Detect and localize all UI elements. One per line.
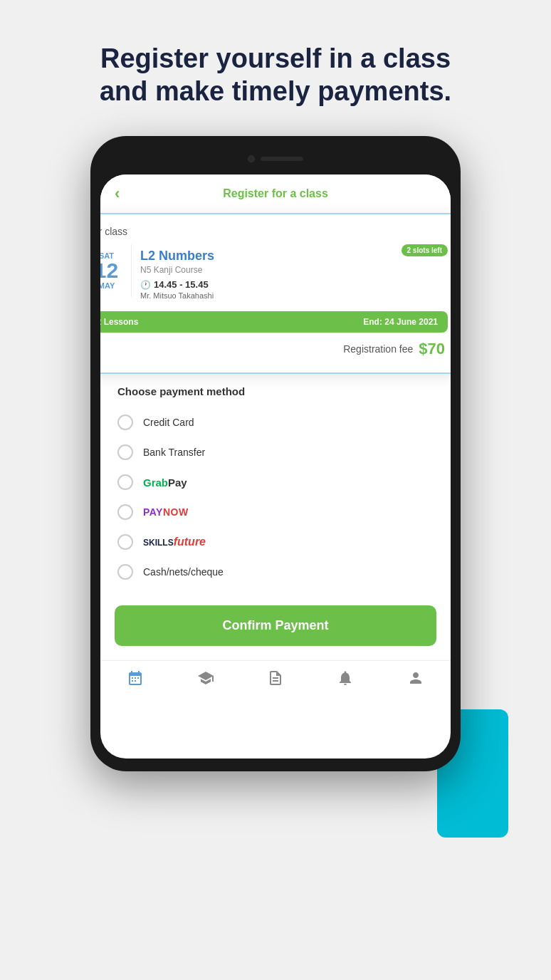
bank-transfer-label: Bank Transfer — [143, 447, 205, 458]
teacher-name: Mr. Mitsuo Takahashi — [140, 291, 439, 300]
payment-option-bank-transfer[interactable]: Bank Transfer — [117, 437, 434, 467]
radio-bank-transfer[interactable] — [117, 444, 133, 460]
payment-option-paynow[interactable]: PAYNOW — [117, 497, 434, 527]
app-header: ‹ Register for a class — [100, 174, 451, 213]
nav-document[interactable] — [267, 669, 284, 687]
lessons-bar: 12 Lessons End: 24 June 2021 — [100, 311, 448, 333]
radio-grabpay[interactable] — [117, 474, 133, 490]
class-info-row: SAT 12 MAY 2 slots left L2 Numbers N5 Ka… — [100, 244, 448, 304]
paynow-logo: PAYNOW — [143, 506, 189, 518]
payment-option-credit-card[interactable]: Credit Card — [117, 407, 434, 437]
payment-section: Choose payment method Credit Card Bank T… — [100, 374, 451, 598]
page-title: Register for a class — [223, 187, 328, 200]
phone-camera — [248, 155, 255, 162]
slots-badge: 2 slots left — [402, 244, 448, 256]
class-time-row: 🕐 14.45 - 15.45 — [140, 279, 439, 290]
cash-label: Cash/nets/cheque — [143, 566, 224, 578]
payment-option-skillsfuture[interactable]: SKILLSfuture — [117, 527, 434, 557]
radio-cash[interactable] — [117, 564, 133, 580]
phone-notch — [100, 149, 451, 169]
credit-card-label: Credit Card — [143, 417, 194, 428]
grabpay-logo: GrabPay — [143, 476, 187, 489]
nav-graduation[interactable] — [197, 669, 214, 687]
registration-fee-row: Registration fee $70 — [100, 333, 448, 361]
back-button[interactable]: ‹ — [115, 184, 120, 203]
month-name: MAY — [100, 281, 120, 290]
date-block: SAT 12 MAY — [100, 244, 132, 297]
phone-speaker — [261, 157, 303, 161]
day-number: 12 — [100, 260, 120, 281]
headline: Register yourself in a class and make ti… — [43, 0, 508, 136]
headline-line2: and make timely payments. — [100, 76, 451, 106]
bottom-navigation — [100, 660, 451, 701]
radio-paynow[interactable] — [117, 504, 133, 520]
reg-fee-amount: $70 — [419, 340, 445, 358]
end-date: End: 24 June 2021 — [363, 317, 438, 327]
radio-credit-card[interactable] — [117, 415, 133, 430]
phone-shell: ‹ Register for a class Your class SAT 12… — [90, 136, 461, 771]
class-name: L2 Numbers — [140, 249, 439, 264]
payment-option-grabpay[interactable]: GrabPay — [117, 467, 434, 497]
payment-option-cash[interactable]: Cash/nets/cheque — [117, 557, 434, 587]
nav-bell[interactable] — [337, 669, 354, 687]
time-range: 14.45 - 15.45 — [154, 279, 209, 290]
phone-mockup: ‹ Register for a class Your class SAT 12… — [90, 136, 461, 771]
reg-fee-label: Registration fee — [343, 343, 413, 355]
lessons-count: 12 Lessons — [100, 317, 138, 327]
skillsfuture-logo: SKILLSfuture — [143, 536, 206, 548]
payment-section-title: Choose payment method — [117, 385, 434, 397]
phone-screen: ‹ Register for a class Your class SAT 12… — [100, 174, 451, 759]
radio-skillsfuture[interactable] — [117, 534, 133, 550]
nav-profile[interactable] — [407, 669, 424, 687]
class-card: Your class SAT 12 MAY 2 slots left L2 Nu… — [100, 213, 451, 374]
clock-icon: 🕐 — [140, 280, 151, 290]
nav-calendar[interactable] — [127, 669, 144, 687]
class-subtitle: N5 Kanji Course — [140, 265, 439, 275]
class-details: 2 slots left L2 Numbers N5 Kanji Course … — [132, 244, 448, 304]
confirm-payment-button[interactable]: Confirm Payment — [115, 605, 436, 646]
headline-line1: Register yourself in a class — [100, 43, 451, 73]
card-section-title: Your class — [100, 226, 448, 237]
